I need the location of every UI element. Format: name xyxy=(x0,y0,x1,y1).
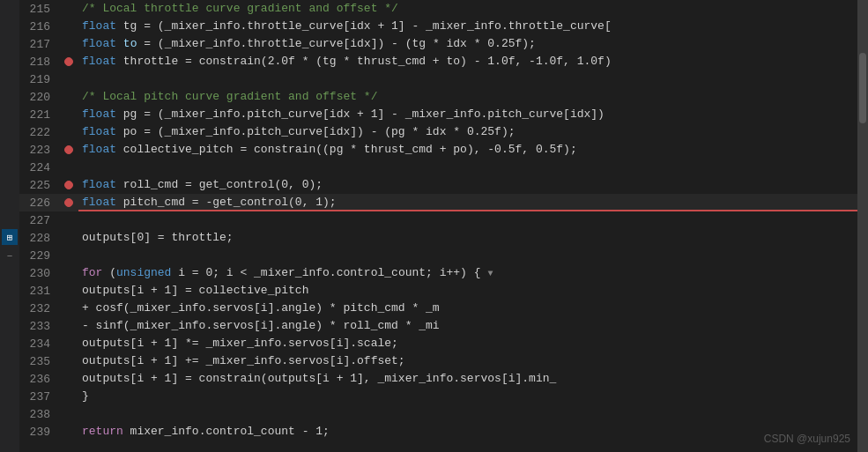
watermark: CSDN @xujun925 xyxy=(764,433,850,445)
code-text: for (unsigned i = 0; i < _mixer_info.con… xyxy=(78,264,857,283)
code-token: collective_pitch = constrain((pg * thrus… xyxy=(116,143,577,156)
line-number: 226 xyxy=(19,196,59,210)
code-token: float xyxy=(82,37,116,50)
line-227: 227 xyxy=(19,211,857,229)
line-238: 238 xyxy=(19,405,857,423)
code-text: + cosf(_mixer_info.servos[i].angle) * pi… xyxy=(78,300,857,317)
line-number: 231 xyxy=(19,285,59,298)
line-228: 228 outputs[0] = throttle; xyxy=(19,229,857,247)
code-token: /* Local throttle curve gradient and off… xyxy=(82,2,398,15)
code-token: float xyxy=(82,107,116,121)
fold-arrow[interactable]: ▼ xyxy=(483,269,493,278)
code-token: ( xyxy=(102,266,116,279)
code-token: outputs[i + 1] = constrain(outputs[i + 1… xyxy=(82,372,556,385)
line-235: 235 outputs[i + 1] += _mixer_info.servos… xyxy=(19,352,857,370)
minus-icon[interactable]: − xyxy=(2,248,18,264)
line-number: 236 xyxy=(19,373,59,386)
code-token: po = (_mixer_info.pitch_curve[idx]) - (p… xyxy=(116,125,515,138)
line-number: 229 xyxy=(19,249,59,263)
line-number: 217 xyxy=(19,38,59,51)
line-229: 229 xyxy=(19,247,857,264)
code-token: unsigned xyxy=(116,266,171,279)
breakpoint-area[interactable] xyxy=(59,181,78,189)
line-234: 234 outputs[i + 1] *= _mixer_info.servos… xyxy=(19,335,857,352)
line-number: 234 xyxy=(19,337,59,351)
code-token: - sinf(_mixer_info.servos[i].angle) * ro… xyxy=(82,319,440,332)
code-text: /* Local pitch curve gradient and offset… xyxy=(78,88,857,106)
line-226: 226 float pitch_cmd = -get_control(0, 1)… xyxy=(19,194,857,211)
code-token: mixer_info.control_count - 1; xyxy=(123,425,330,438)
code-text: float pitch_cmd = -get_control(0, 1); xyxy=(78,194,857,211)
code-text: - sinf(_mixer_info.servos[i].angle) * ro… xyxy=(78,317,857,335)
code-area: 215/* Local throttle curve gradient and … xyxy=(19,0,857,452)
breakpoint-area[interactable] xyxy=(59,145,78,154)
line-236: 236 outputs[i + 1] = constrain(outputs[i… xyxy=(19,370,857,388)
code-lines: 215/* Local throttle curve gradient and … xyxy=(19,0,857,441)
code-token: roll_cmd = get_control(0, 0); xyxy=(116,178,323,191)
code-token: curve gradient and offset */ xyxy=(178,90,377,103)
code-text: } xyxy=(78,388,857,405)
code-text: float to = (_mixer_info.throttle_curve[i… xyxy=(78,35,857,53)
breakpoint-area[interactable] xyxy=(59,57,78,66)
left-sidebar: ⊞ − xyxy=(0,0,19,452)
line-number: 225 xyxy=(19,179,59,192)
code-token: i = 0; i < _mixer_info.control_count; i+… xyxy=(171,266,480,279)
code-token: return xyxy=(82,425,123,438)
line-number: 222 xyxy=(19,126,59,139)
code-text: float po = (_mixer_info.pitch_curve[idx]… xyxy=(78,123,857,141)
line-number: 228 xyxy=(19,232,59,245)
code-text: float roll_cmd = get_control(0, 0); xyxy=(78,176,857,194)
code-token: float xyxy=(82,19,116,33)
breakpoint-area[interactable] xyxy=(59,198,78,207)
line-223: 223 float collective_pitch = constrain((… xyxy=(19,141,857,159)
line-239: 239 return mixer_info.control_count - 1; xyxy=(19,423,857,441)
code-text: float throttle = constrain(2.0f * (tg * … xyxy=(78,53,857,70)
code-token: = (_mixer_info.throttle_curve[idx]) - (t… xyxy=(137,37,535,50)
code-text: return mixer_info.control_count - 1; xyxy=(78,423,857,441)
code-token: float xyxy=(82,55,116,68)
code-token: float xyxy=(82,196,116,209)
line-number: 239 xyxy=(19,426,59,439)
code-token: outputs[i + 1] *= _mixer_info.servos[i].… xyxy=(82,337,398,350)
code-token: /* Local xyxy=(82,90,144,103)
line-number: 232 xyxy=(19,302,59,315)
line-number: 220 xyxy=(19,91,59,104)
line-224: 224 xyxy=(19,159,857,176)
line-number: 237 xyxy=(19,390,59,404)
code-token: tg = (_mixer_info.throttle_curve[idx + 1… xyxy=(116,19,612,33)
line-number: 219 xyxy=(19,73,59,86)
line-number: 224 xyxy=(19,161,59,174)
code-token: float xyxy=(82,178,116,191)
code-token: pg = (_mixer_info.pitch_curve[idx + 1] -… xyxy=(116,107,605,121)
line-number: 215 xyxy=(19,3,59,16)
line-237: 237 } xyxy=(19,388,857,405)
line-220: 220 /* Local pitch curve gradient and of… xyxy=(19,88,857,106)
scrollbar[interactable] xyxy=(857,0,868,452)
code-token: float xyxy=(82,125,116,138)
line-219: 219 xyxy=(19,70,857,88)
code-text: float collective_pitch = constrain((pg *… xyxy=(78,141,857,159)
code-text: outputs[i + 1] = collective_pitch xyxy=(78,282,857,300)
breakpoint-dot xyxy=(64,57,73,66)
code-text: /* Local throttle curve gradient and off… xyxy=(78,0,857,18)
scroll-thumb[interactable] xyxy=(859,53,866,123)
breakpoint-dot xyxy=(64,145,73,154)
grid-icon[interactable]: ⊞ xyxy=(2,229,18,245)
code-token: outputs[i + 1] += _mixer_info.servos[i].… xyxy=(82,354,405,367)
breakpoint-dot xyxy=(64,198,73,207)
code-text: outputs[i + 1] += _mixer_info.servos[i].… xyxy=(78,352,857,370)
code-text: float tg = (_mixer_info.throttle_curve[i… xyxy=(78,18,857,35)
line-222: 222 float po = (_mixer_info.pitch_curve[… xyxy=(19,123,857,141)
code-token: pitch_cmd = -get_control(0, 1); xyxy=(116,196,337,209)
code-token: outputs[0] = throttle; xyxy=(82,231,234,244)
line-number: 227 xyxy=(19,214,59,227)
line-225: 225 float roll_cmd = get_control(0, 0); xyxy=(19,176,857,194)
line-number: 233 xyxy=(19,320,59,333)
line-number: 235 xyxy=(19,355,59,368)
code-token: float xyxy=(82,143,116,156)
line-number: 223 xyxy=(19,144,59,157)
code-token xyxy=(116,37,123,50)
line-232: 232 + cosf(_mixer_info.servos[i].angle) … xyxy=(19,300,857,317)
code-token: to xyxy=(123,37,137,50)
code-token: outputs[i + 1] = collective_pitch xyxy=(82,284,308,297)
